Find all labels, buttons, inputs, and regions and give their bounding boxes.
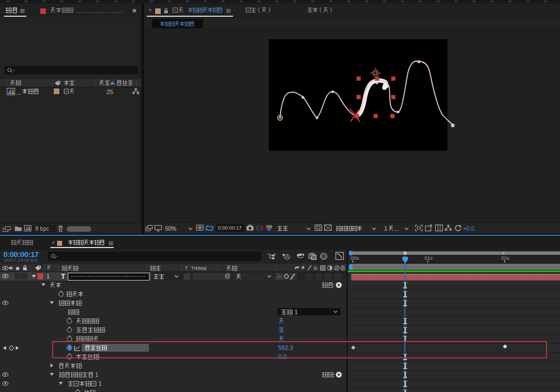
svg-text:fx: fx <box>314 265 318 271</box>
